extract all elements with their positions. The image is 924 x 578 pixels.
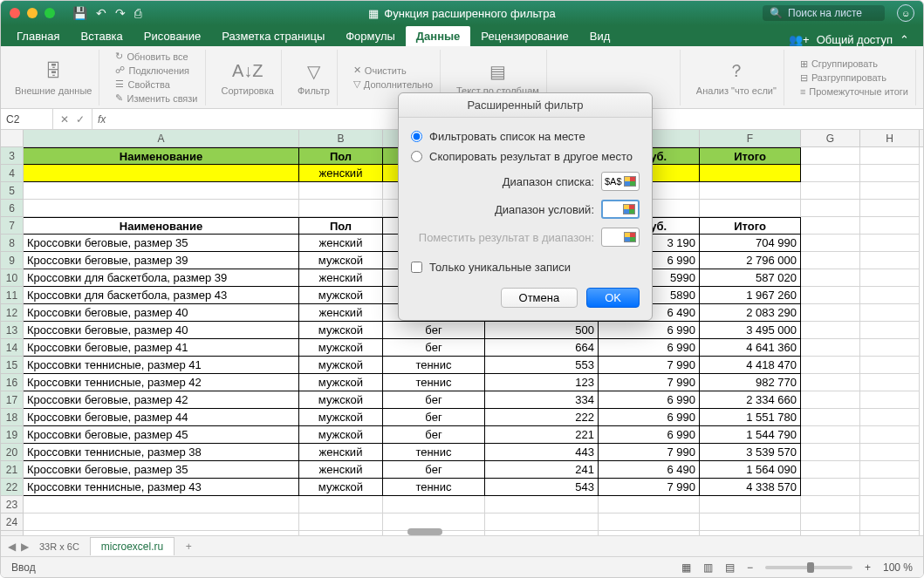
cell[interactable]: 6 990 (599, 409, 700, 426)
cell[interactable]: Кроссовки беговые, размер 45 (24, 426, 299, 444)
maximize-window-icon[interactable] (44, 8, 55, 18)
cell[interactable]: 2 083 290 (700, 304, 801, 322)
cell[interactable]: Кроссовки для баскетбола, размер 39 (24, 269, 299, 287)
cell[interactable]: Кроссовки беговые, размер 35 (24, 235, 299, 252)
tab-layout[interactable]: Разметка страницы (211, 26, 335, 46)
cell[interactable]: 500 (485, 322, 599, 339)
sheet-tab[interactable]: microexcel.ru (90, 537, 175, 555)
list-range-input[interactable]: $A$ (601, 172, 640, 191)
cell[interactable]: 2 334 660 (700, 391, 801, 409)
row-header[interactable]: 7 (1, 217, 23, 235)
radio-copy-to[interactable]: Скопировать результат в другое место (411, 150, 640, 163)
tab-formulas[interactable]: Формулы (335, 26, 406, 46)
view-break-icon[interactable]: ▤ (725, 561, 735, 574)
cell[interactable] (700, 200, 801, 217)
fx-label[interactable]: fx (92, 113, 111, 126)
row-header[interactable]: 10 (1, 269, 23, 287)
cell[interactable]: мужской (299, 322, 383, 339)
cell[interactable] (860, 182, 920, 200)
cell[interactable]: Кроссовки теннисные, размер 38 (24, 444, 299, 461)
criteria-range-input[interactable] (601, 200, 640, 219)
row-header[interactable]: 14 (1, 339, 23, 357)
first-sheet-icon[interactable]: ◀ (8, 541, 16, 553)
cell[interactable] (700, 496, 801, 513)
cell[interactable] (801, 217, 860, 235)
save-icon[interactable]: 💾 (72, 6, 87, 20)
ribbon-filter[interactable]: ▽ Фильтр (291, 50, 338, 105)
cell[interactable]: женский (299, 269, 383, 287)
cell[interactable] (801, 235, 860, 252)
select-all-corner[interactable] (1, 130, 24, 146)
cell[interactable]: женский (299, 304, 383, 322)
row-header[interactable]: 19 (1, 426, 23, 444)
ribbon-sort[interactable]: A↓Z Сортировка (215, 50, 282, 105)
undo-icon[interactable]: ↶ (96, 6, 106, 20)
scroll-thumb[interactable] (407, 528, 442, 535)
connections-button[interactable]: ☍ Подключения (115, 65, 189, 76)
cell[interactable] (801, 357, 860, 374)
cell[interactable]: 222 (485, 409, 599, 426)
radio-filter-inplace[interactable]: Фильтровать список на месте (411, 130, 640, 143)
cell[interactable]: Кроссовки беговые, размер 39 (24, 252, 299, 269)
cell[interactable]: Кроссовки теннисные, размер 42 (24, 374, 299, 391)
cell[interactable] (860, 252, 920, 269)
cell[interactable]: 1 544 790 (700, 426, 801, 444)
cell[interactable] (24, 496, 299, 513)
cell[interactable]: Кроссовки беговые, размер 35 (24, 461, 299, 479)
row-header[interactable]: 8 (1, 235, 23, 252)
share-button[interactable]: Общий доступ (817, 33, 893, 46)
cell[interactable]: теннис (383, 479, 485, 496)
col-header-a[interactable]: A (24, 130, 299, 146)
row-header[interactable]: 18 (1, 409, 23, 426)
group-button[interactable]: ⊞ Сгруппировать (800, 58, 878, 70)
cell[interactable] (860, 391, 920, 409)
cell[interactable] (485, 496, 599, 513)
cell[interactable]: мужской (299, 409, 383, 426)
user-icon[interactable]: ☺ (897, 4, 914, 22)
row-header[interactable]: 21 (1, 461, 23, 479)
cell[interactable] (299, 496, 383, 513)
cell[interactable]: 241 (485, 461, 599, 479)
cell[interactable] (801, 479, 860, 496)
view-page-icon[interactable]: ▥ (703, 561, 713, 574)
cell[interactable] (801, 269, 860, 287)
cell[interactable]: 7 990 (599, 357, 700, 374)
cell[interactable]: 6 990 (599, 391, 700, 409)
row-header[interactable]: 5 (1, 182, 23, 200)
cell[interactable]: мужской (299, 287, 383, 304)
cell[interactable] (801, 165, 860, 182)
tab-home[interactable]: Главная (6, 26, 70, 46)
cell[interactable]: мужской (299, 426, 383, 444)
minimize-window-icon[interactable] (27, 8, 38, 18)
radio-inplace-input[interactable] (411, 131, 422, 142)
cell[interactable]: 4 338 570 (700, 479, 801, 496)
cell[interactable] (24, 182, 299, 200)
print-icon[interactable]: ⎙ (134, 6, 141, 20)
row-header[interactable]: 22 (1, 479, 23, 496)
cell[interactable] (801, 391, 860, 409)
cell[interactable] (801, 409, 860, 426)
search-box[interactable]: 🔍 Поиск на листе (763, 5, 885, 21)
cell[interactable] (801, 182, 860, 200)
cell[interactable]: 4 641 360 (700, 339, 801, 357)
cell[interactable] (24, 200, 299, 217)
cell[interactable]: Кроссовки беговые, размер 44 (24, 409, 299, 426)
cell[interactable] (700, 165, 801, 182)
unique-records-checkbox[interactable]: Только уникальные записи (411, 261, 640, 274)
cell[interactable] (801, 147, 860, 165)
cell[interactable]: 443 (485, 444, 599, 461)
cell[interactable]: теннис (383, 357, 485, 374)
cell[interactable]: Итого (700, 217, 801, 235)
cell[interactable]: 2 796 000 (700, 252, 801, 269)
zoom-in-icon[interactable]: + (865, 561, 871, 574)
range-picker-icon[interactable] (623, 204, 635, 214)
cell[interactable]: 7 990 (599, 374, 700, 391)
cancel-edit-icon[interactable]: ✕ (60, 113, 69, 126)
tab-insert[interactable]: Вставка (70, 26, 133, 46)
add-sheet-button[interactable]: + (180, 541, 197, 553)
cell[interactable]: 6 490 (599, 461, 700, 479)
cell[interactable] (801, 322, 860, 339)
cell[interactable] (801, 252, 860, 269)
cell[interactable] (801, 287, 860, 304)
cell[interactable]: Наименование (24, 147, 299, 165)
